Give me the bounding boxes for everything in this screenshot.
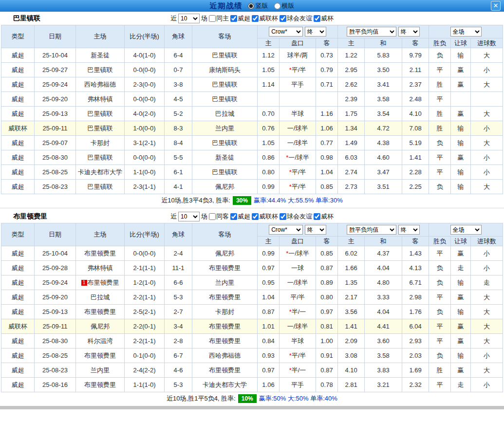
league-filter-friendly[interactable]: 球会友谊: [280, 14, 312, 23]
league-filter-wllcup[interactable]: 威联杯: [252, 14, 278, 23]
league-filter-wlsuper[interactable]: 威超: [230, 212, 250, 221]
horizontal-label: 横版: [282, 1, 295, 10]
corner-cell: 4-1: [165, 180, 192, 194]
home-odds-cell: 1.06: [258, 378, 280, 392]
handicap-result-cell: 赢: [451, 290, 471, 305]
europe-stage-select[interactable]: 终: [398, 225, 420, 235]
home-odds-cell: 1.04: [258, 290, 280, 305]
league-type-cell: 威超: [1, 348, 35, 363]
match-row: 威超25-08-25卡迪夫都市大学1-1(0-0)6-1巴里镇联0.80*平/半…: [1, 165, 503, 180]
odds-company-select[interactable]: Crow*: [269, 27, 303, 37]
goals-result-cell: 小: [471, 165, 503, 180]
friendly-checkbox[interactable]: [280, 15, 286, 22]
home-odds-cell: 0.93: [258, 348, 280, 363]
handicap-cell: 平/半: [280, 290, 316, 305]
score-cell: 4-0(2-0): [125, 107, 165, 121]
friendly-checkbox[interactable]: [280, 213, 286, 220]
team-name: 布里顿费里: [13, 212, 47, 221]
handicap-result-cell: 输: [451, 305, 471, 319]
score-cell: 0-0(0-0): [125, 63, 165, 77]
col-away: 客场: [192, 223, 258, 246]
win-avg-cell: 2.09: [338, 334, 365, 348]
home-odds-cell: 0.95: [258, 275, 280, 290]
draw-avg-cell: 4.37: [365, 246, 402, 261]
win-avg-cell: 2.39: [338, 92, 365, 107]
same-venue-filter[interactable]: 同主: [209, 14, 229, 23]
win-avg-cell: 1.35: [338, 275, 365, 290]
league-filter-wlcup[interactable]: 威杯: [314, 14, 334, 23]
home-team-cell: 巴拉城: [76, 290, 125, 305]
layout-option-vertical[interactable]: 竖版: [248, 1, 268, 10]
handicap-cell: 一/球半: [280, 121, 316, 136]
horizontal-radio[interactable]: [274, 3, 280, 9]
europe-type-select[interactable]: 胜平负均值: [347, 225, 396, 235]
home-team-cell: 卡迪夫都市大学: [76, 165, 125, 180]
scope-select[interactable]: 全场: [450, 225, 482, 235]
vertical-radio[interactable]: [248, 3, 254, 9]
same-venue-filter[interactable]: 同客: [209, 212, 229, 221]
wlsuper-checkbox[interactable]: [230, 213, 237, 220]
win-avg-cell: 1.34: [338, 121, 365, 136]
lose-avg-cell: 2.28: [402, 165, 429, 180]
away-team-cell: 布里顿费里: [192, 363, 258, 378]
same-venue-checkbox[interactable]: [209, 213, 216, 220]
wllcup-checkbox[interactable]: [252, 15, 259, 22]
handicap-result-cell: 输: [451, 165, 471, 180]
away-odds-cell: 0.71: [316, 77, 338, 92]
home-odds-cell: 1.01: [258, 319, 280, 334]
same-venue-checkbox[interactable]: [209, 15, 216, 22]
wlcup-checkbox[interactable]: [314, 15, 320, 22]
odds-stage-select[interactable]: 终: [305, 27, 326, 37]
handicap-cell: *半/一: [280, 363, 316, 378]
league-filter-wllcup[interactable]: 威联杯: [252, 212, 278, 221]
away-odds-cell: 0.80: [316, 290, 338, 305]
win-avg-cell: 1.49: [338, 136, 365, 150]
date-cell: 25-08-30: [35, 334, 76, 348]
odds-stage-select[interactable]: 终: [305, 225, 326, 235]
result-cell: 平: [429, 378, 451, 392]
handicap-result-cell: [451, 92, 471, 107]
match-count-select[interactable]: 10: [178, 212, 200, 221]
win-avg-cell: 2.81: [338, 378, 365, 392]
wlcup-checkbox[interactable]: [314, 213, 320, 220]
wllcup-checkbox[interactable]: [252, 213, 259, 220]
league-filter-wlsuper[interactable]: 威超: [230, 14, 250, 23]
close-button[interactable]: ✕: [491, 1, 501, 11]
result-cell: 负: [429, 305, 451, 319]
result-cell: 平: [429, 319, 451, 334]
league-filter-friendly[interactable]: 球会友谊: [280, 212, 312, 221]
scope-select[interactable]: 全场: [450, 27, 482, 37]
europe-stage-select[interactable]: 终: [398, 27, 420, 37]
europe-type-select[interactable]: 胜平负均值: [347, 27, 396, 37]
layout-option-horizontal[interactable]: 横版: [274, 1, 295, 10]
handicap-result-cell: 赢: [451, 77, 471, 92]
handicap-cell: *平/半: [280, 348, 316, 363]
lose-avg-cell: 4.13: [402, 261, 429, 275]
match-count-select[interactable]: 10: [178, 14, 200, 23]
win-avg-cell: 3.08: [338, 348, 365, 363]
league-type-cell: 威超: [1, 165, 35, 180]
horizontal-scrollbar[interactable]: [0, 406, 504, 409]
page-title: 近期战绩: [210, 1, 243, 11]
match-row: 威超25-08-25布里顿费里0-1(0-0)6-7西哈弗福德0.93*平/半0…: [1, 348, 503, 363]
draw-avg-cell: 3.41: [365, 77, 402, 92]
league-type-cell: 威超: [1, 290, 35, 305]
handicap-result-cell: 输: [451, 136, 471, 150]
handicap-cell: [280, 92, 316, 107]
draw-avg-cell: 3.54: [365, 107, 402, 121]
draw-avg-cell: 3.83: [365, 363, 402, 378]
date-cell: 25-10-04: [35, 48, 76, 63]
draw-avg-cell: 3.50: [365, 63, 402, 77]
match-row: 威超25-09-13布里顿费里2-5(2-1)2-7卡那封0.87*半/一0.9…: [1, 305, 503, 319]
wlsuper-checkbox[interactable]: [230, 15, 237, 22]
home-team-cell: 弗林特镇: [76, 261, 125, 275]
league-filter-wlcup[interactable]: 威杯: [314, 212, 334, 221]
score-cell: 0-0(0-0): [125, 92, 165, 107]
home-team-cell: 弗林特镇: [76, 92, 125, 107]
odds-company-select[interactable]: Crow*: [269, 225, 303, 235]
win-avg-cell: 1.22: [338, 48, 365, 63]
handicap-change-mark: *: [286, 154, 288, 161]
win-avg-cell: 1.41: [338, 319, 365, 334]
home-team-cell: 巴里镇联: [76, 150, 125, 165]
corner-cell: 2-7: [165, 305, 192, 319]
